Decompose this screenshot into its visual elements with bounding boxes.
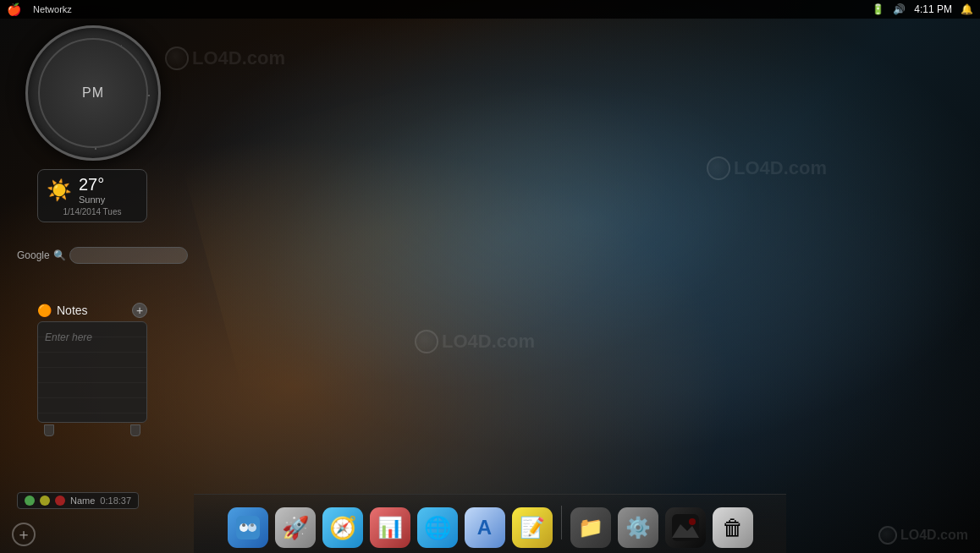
notification-icon[interactable]: 🔔 <box>961 3 973 15</box>
apple-menu[interactable]: 🍎 <box>7 3 21 16</box>
wallpaper-icon <box>665 507 706 548</box>
notes-icon: 🟠 <box>37 304 52 317</box>
dock-item-stack[interactable]: 📁 <box>569 506 613 550</box>
networkz-app-name[interactable]: Networkz <box>33 4 72 14</box>
dock-item-syspref[interactable]: ⚙️ <box>616 506 660 550</box>
notes-header: 🟠 Notes + <box>37 303 147 318</box>
menubar: 🍎 Networkz 🔋 🔊 4:11 PM 🔔 <box>0 0 980 19</box>
safari-icon: 🧭 <box>322 507 363 548</box>
weather-date: 1/14/2014 Tues <box>47 207 138 216</box>
weather-widget[interactable]: ☀️ 27° Sunny 1/14/2014 Tues <box>37 169 147 222</box>
instastats-icon: 📊 <box>370 507 410 548</box>
svg-point-22 <box>689 518 696 525</box>
launchpad-icon: 🚀 <box>275 507 316 548</box>
status-time: 0:18:37 <box>100 496 131 506</box>
dock-item-notes[interactable]: 📝 <box>510 506 554 550</box>
notes-body[interactable]: Enter here <box>37 321 147 423</box>
search-input[interactable] <box>69 247 188 264</box>
status-dot-green <box>25 496 35 506</box>
search-bar: Google 🔍 <box>17 247 188 264</box>
svg-point-18 <box>242 523 245 527</box>
dock-item-appstore[interactable]: A <box>463 506 507 550</box>
volume-icon[interactable]: 🔊 <box>893 3 906 15</box>
notes-widget: 🟠 Notes + Enter here <box>37 303 147 436</box>
dock: 🚀 🧭 📊 🌐 A 📝 📁 <box>194 494 786 553</box>
stack-icon: 📁 <box>570 507 611 548</box>
trash-icon: 🗑 <box>713 507 753 548</box>
notes-dock-icon: 📝 <box>512 507 553 548</box>
search-icon: 🔍 <box>53 249 66 261</box>
clock-period: PM <box>82 85 104 101</box>
lo4d-text: LO4D.com <box>900 528 968 543</box>
svg-point-19 <box>251 523 254 527</box>
status-dot-red <box>55 496 65 506</box>
weather-condition: Sunny <box>79 194 105 205</box>
dock-item-wallpaper[interactable] <box>663 506 707 550</box>
notes-title: Notes <box>57 304 88 317</box>
status-name: Name <box>70 496 95 506</box>
menubar-left: 🍎 Networkz <box>7 3 72 16</box>
clock-inner: PM <box>38 38 148 148</box>
notes-add-button[interactable]: + <box>132 303 147 318</box>
battery-icon[interactable]: 🔋 <box>872 3 884 15</box>
dock-item-instastats[interactable]: 📊 <box>368 506 412 550</box>
appstore-icon: A <box>465 507 505 548</box>
weather-top: ☀️ 27° Sunny <box>47 175 138 205</box>
lo4d-globe-icon <box>878 526 897 545</box>
menubar-time: 4:11 PM <box>914 3 952 15</box>
weather-condition-icon: ☀️ <box>47 178 72 202</box>
dock-separator <box>561 506 562 539</box>
notes-clips <box>37 424 147 436</box>
clock-widget: PM <box>25 25 161 161</box>
internet-icon: 🌐 <box>417 507 458 548</box>
dock-item-launchpad[interactable]: 🚀 <box>273 506 317 550</box>
finder-icon <box>228 507 268 548</box>
status-dot-yellow <box>40 496 50 506</box>
notes-placeholder: Enter here <box>45 331 92 343</box>
weather-temperature: 27° <box>79 175 105 194</box>
status-bar: Name 0:18:37 <box>17 492 139 509</box>
notes-clip-right <box>130 424 140 436</box>
clock-face: PM <box>25 25 161 161</box>
notes-title-area: 🟠 Notes <box>37 304 88 317</box>
menubar-right: 🔋 🔊 4:11 PM 🔔 <box>872 3 973 15</box>
add-widget-button[interactable]: ＋ <box>12 523 36 546</box>
lo4d-bottom-watermark: LO4D.com <box>878 526 968 545</box>
notes-clip-left <box>44 424 54 436</box>
syspref-icon: ⚙️ <box>618 507 658 548</box>
dock-item-finder[interactable] <box>226 506 270 550</box>
dock-item-safari[interactable]: 🧭 <box>321 506 365 550</box>
dock-item-trash[interactable]: 🗑 <box>711 506 755 550</box>
dock-item-internet[interactable]: 🌐 <box>416 506 460 550</box>
search-label: Google <box>17 249 50 261</box>
